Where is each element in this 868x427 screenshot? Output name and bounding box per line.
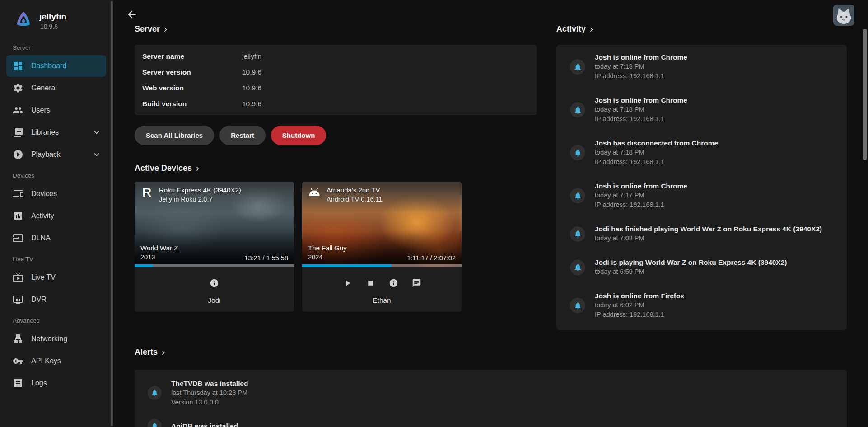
activity-chart-icon <box>13 211 23 221</box>
app-logo-row: jellyfin 10.9.6 <box>0 0 113 38</box>
media-title: World War Z <box>140 244 178 253</box>
chevron-down-icon[interactable] <box>92 127 102 137</box>
library-add-icon <box>13 127 23 138</box>
session-message-button[interactable] <box>410 276 423 290</box>
app-version: 10.9.6 <box>39 23 66 30</box>
sidebar-item-dlna[interactable]: DLNA <box>6 227 106 249</box>
activity-card: Josh is online from Chrome today at 7:18… <box>556 45 847 330</box>
shutdown-button[interactable]: Shutdown <box>271 126 326 145</box>
sidebar-item-users[interactable]: Users <box>6 99 106 121</box>
device-name: Roku Express 4K (3940X2) <box>159 186 241 195</box>
server-column: Server Server name jellyfin Server versi… <box>135 24 537 312</box>
server-info-row: Web version 10.9.6 <box>142 80 529 96</box>
activity-item: Josh is online from Firefox today at 6:0… <box>570 291 838 319</box>
play-circle-icon <box>13 149 23 160</box>
session-user: Ethan <box>373 296 391 305</box>
alert-title: AniDB was installed <box>171 421 238 427</box>
sidebar-item-dvr[interactable]: DVR <box>6 289 106 310</box>
sidebar-item-libraries[interactable]: Libraries <box>6 122 106 143</box>
arrow-left-icon <box>126 9 138 20</box>
activity-detail: IP address: 192.168.1.1 <box>595 157 718 167</box>
sidebar-item-api-keys[interactable]: API Keys <box>6 350 106 372</box>
devices-icon <box>13 188 23 199</box>
avatar-image <box>833 5 854 26</box>
scan-all-libraries-button[interactable]: Scan All Libraries <box>135 126 214 145</box>
sidebar-item-devices[interactable]: Devices <box>6 183 106 205</box>
activity-detail: IP address: 192.168.1.1 <box>595 71 687 81</box>
session-controls <box>341 276 423 290</box>
section-title: Server <box>135 24 160 34</box>
activity-time: today at 7:17 PM <box>595 191 687 200</box>
chevron-down-icon[interactable] <box>92 150 102 160</box>
chevron-right-icon <box>161 25 170 34</box>
device-card-roku: R Roku Express 4K (3940X2) Jellyfin Roku… <box>135 182 294 312</box>
sidebar-item-general[interactable]: General <box>6 77 106 99</box>
user-avatar[interactable] <box>833 5 854 26</box>
sidebar-scrollbar[interactable] <box>111 1 113 426</box>
sidebar-section-advanced: Advanced <box>0 311 113 328</box>
activity-title: Josh has disconnected from Chrome <box>595 139 718 148</box>
sidebar-item-label: Devices <box>31 190 57 198</box>
sidebar-item-label: Dashboard <box>31 62 66 70</box>
stop-icon <box>366 278 375 288</box>
bell-icon <box>570 260 585 275</box>
users-icon <box>13 105 23 116</box>
activity-title: Josh is online from Chrome <box>595 53 687 62</box>
roku-icon: R <box>140 186 154 199</box>
sidebar-item-networking[interactable]: Networking <box>6 328 106 350</box>
sidebar-item-label: Libraries <box>31 128 59 136</box>
active-devices-heading-link[interactable]: Active Devices <box>135 164 202 173</box>
sidebar-item-label: API Keys <box>31 357 61 365</box>
playback-progress-bar <box>302 264 462 267</box>
device-card-androidtv: Amanda's 2nd TV Android TV 0.16.11 The F… <box>302 182 462 312</box>
session-info-button[interactable] <box>208 276 221 290</box>
alerts-heading-link[interactable]: Alerts <box>135 347 168 357</box>
info-value: 10.9.6 <box>242 68 261 76</box>
info-icon <box>210 278 219 288</box>
sidebar-item-dashboard[interactable]: Dashboard <box>6 55 106 77</box>
app-name: jellyfin <box>39 12 66 22</box>
media-year: 2024 <box>308 253 347 262</box>
activity-heading-link[interactable]: Activity <box>556 24 596 34</box>
activity-title: Josh is online from Chrome <box>595 182 687 191</box>
session-stop-button[interactable] <box>364 276 377 290</box>
playback-progress-fill <box>135 264 153 267</box>
alert-item: AniDB was installed <box>135 419 847 427</box>
device-client: Android TV 0.16.11 <box>327 195 383 204</box>
sidebar-item-playback[interactable]: Playback <box>6 144 106 165</box>
sidebar-item-label: General <box>31 84 57 92</box>
gear-icon <box>13 83 23 94</box>
chevron-right-icon <box>159 348 168 357</box>
playback-progress-fill <box>302 264 392 267</box>
activity-item: Jodi is playing World War Z on Roku Expr… <box>570 258 838 277</box>
session-play-button[interactable] <box>341 276 354 290</box>
session-user: Jodi <box>208 296 220 305</box>
activity-title: Jodi is playing World War Z on Roku Expr… <box>595 258 787 267</box>
window-scrollbar[interactable] <box>863 29 867 160</box>
jellyfin-logo-icon <box>14 10 33 32</box>
message-icon <box>412 278 421 288</box>
session-info-button[interactable] <box>387 276 400 290</box>
info-value: 10.9.6 <box>242 100 261 108</box>
sidebar-item-label: Playback <box>31 150 61 159</box>
live-tv-icon <box>13 272 23 283</box>
activity-item: Jodi has finished playing World War Z on… <box>570 225 838 243</box>
info-value: 10.9.6 <box>242 84 261 92</box>
info-value: jellyfin <box>242 52 261 61</box>
sidebar-item-label: DVR <box>31 296 47 304</box>
back-button[interactable] <box>123 6 140 23</box>
server-info-row: Build version 10.9.6 <box>142 96 529 112</box>
networking-icon <box>13 333 23 344</box>
activity-item: Josh has disconnected from Chrome today … <box>570 139 838 167</box>
sidebar-item-live-tv[interactable]: Live TV <box>6 267 106 288</box>
sidebar: jellyfin 10.9.6 Server Dashboard General… <box>0 0 113 427</box>
activity-time: today at 6:02 PM <box>595 300 684 310</box>
server-info-row: Server name jellyfin <box>142 48 529 64</box>
restart-button[interactable]: Restart <box>219 126 266 145</box>
activity-item: Josh is online from Chrome today at 7:18… <box>570 53 838 81</box>
info-label: Build version <box>142 100 242 108</box>
sidebar-item-activity[interactable]: Activity <box>6 205 106 227</box>
server-heading-link[interactable]: Server <box>135 24 170 34</box>
sidebar-item-logs[interactable]: Logs <box>6 372 106 394</box>
chevron-right-icon <box>587 25 596 34</box>
